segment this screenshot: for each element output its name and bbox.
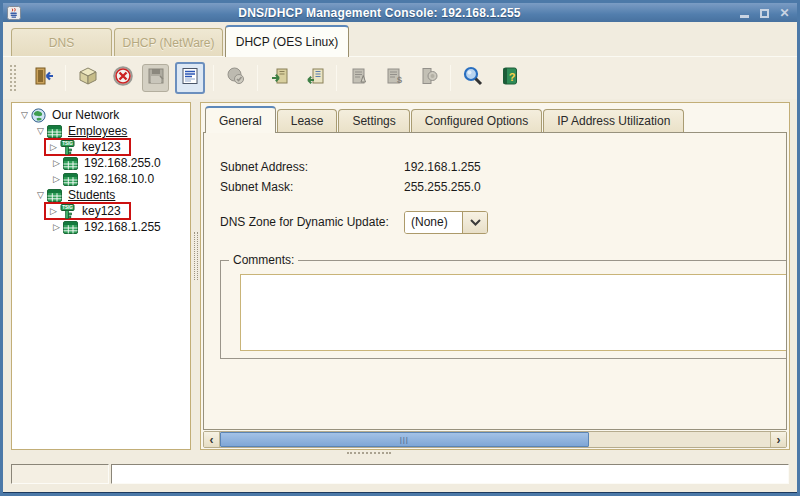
window-controls: ✕: [738, 7, 791, 18]
tree-item-our-network[interactable]: ▽ Our Network: [14, 107, 188, 123]
create-button[interactable]: [74, 64, 101, 92]
tab-lease[interactable]: Lease: [277, 109, 338, 132]
status-bar: [11, 464, 789, 486]
panel-splitter[interactable]: [191, 102, 200, 450]
exit-button[interactable]: [30, 64, 57, 92]
help-button[interactable]: ?: [496, 64, 523, 92]
document-dollar-icon: $: [383, 65, 405, 91]
dns-zone-row: DNS Zone for Dynamic Update: (None): [220, 210, 786, 234]
verify-button[interactable]: [222, 64, 249, 92]
tab-general[interactable]: General: [205, 106, 276, 133]
subnet-mask-label: Subnet Mask:: [220, 180, 404, 194]
close-button[interactable]: ✕: [778, 7, 791, 18]
door-globe-icon: [418, 65, 440, 91]
toolbar-separator: [65, 65, 66, 91]
subnet-address-value: 192.168.1.255: [404, 160, 481, 174]
expand-toggle-icon[interactable]: ▽: [18, 110, 31, 120]
scroll-left-button[interactable]: ‹: [204, 432, 220, 447]
expand-toggle-icon[interactable]: ▷: [50, 222, 63, 232]
export-button[interactable]: [301, 64, 328, 92]
tab-dhcp-netware[interactable]: DHCP (NetWare): [114, 28, 223, 56]
horizontal-scrollbar[interactable]: ‹ ||| ›: [203, 431, 787, 448]
tree-item-subnet-192-168-10-0[interactable]: ▷ 192.168.10.0: [14, 171, 188, 187]
subnet-table-icon: [63, 221, 78, 234]
import-arrow-icon: [269, 65, 291, 91]
dns-zone-combobox[interactable]: (None): [404, 211, 488, 234]
tree-item-subnet-192-168-255-0[interactable]: ▷ 192.168.255.0: [14, 155, 188, 171]
subnet-address-row: Subnet Address: 192.168.1.255: [220, 157, 786, 177]
export-arrow-icon: [304, 65, 326, 91]
tsig-key-icon: TSIG: [60, 204, 76, 219]
import-button[interactable]: [266, 64, 293, 92]
status-cell-left: [11, 464, 109, 484]
bottom-gap: [3, 450, 797, 464]
tree-item-key123-employees[interactable]: ▷ TSIG key123: [14, 139, 188, 155]
help-book-icon: ?: [499, 65, 521, 91]
details-view-button[interactable]: [175, 62, 205, 94]
titlebar[interactable]: DNS/DHCP Management Console: 192.168.1.2…: [3, 3, 797, 22]
tab-dns[interactable]: DNS: [11, 28, 112, 56]
status-cell-right: [111, 464, 789, 484]
maximize-button[interactable]: [758, 7, 771, 18]
tab-settings[interactable]: Settings: [338, 109, 409, 132]
subnet-mask-row: Subnet Mask: 255.255.255.0: [220, 177, 786, 197]
tree-item-label: 192.168.255.0: [82, 156, 163, 170]
chevron-down-icon: [470, 219, 481, 226]
java-app-icon: [7, 6, 21, 20]
search-button[interactable]: [459, 64, 486, 92]
subnet-detail-panel: General Lease Settings Configured Option…: [200, 102, 790, 450]
tree-item-key123-students[interactable]: ▷ TSIG key123: [14, 203, 188, 219]
toolbar-separator: [450, 65, 451, 91]
expand-toggle-icon[interactable]: ▽: [34, 190, 47, 200]
general-tab-pane: Subnet Address: 192.168.1.255 Subnet Mas…: [203, 132, 787, 430]
tree-item-label: Employees: [66, 124, 129, 138]
tree-item-subnet-192-168-1-255[interactable]: ▷ 192.168.1.255: [14, 219, 188, 235]
scrollbar-thumb[interactable]: |||: [220, 432, 589, 447]
resize-grip-dots: [347, 452, 391, 454]
expand-toggle-icon[interactable]: ▽: [34, 126, 47, 136]
tree-item-employees[interactable]: ▽ Employees: [14, 123, 188, 139]
expand-toggle-icon[interactable]: ▷: [50, 174, 63, 184]
options-button[interactable]: [415, 64, 442, 92]
application-window: DNS/DHCP Management Console: 192.168.1.2…: [0, 0, 800, 496]
tab-ip-address-utilization[interactable]: IP Address Utilization: [543, 109, 684, 132]
dns-zone-label: DNS Zone for Dynamic Update:: [220, 215, 404, 229]
minimize-button[interactable]: [738, 7, 751, 18]
tree-item-label: Students: [66, 188, 117, 202]
subnet-mask-value: 255.255.255.0: [404, 180, 481, 194]
toolbar-grip[interactable]: [9, 64, 16, 92]
delete-button[interactable]: [109, 64, 136, 92]
toolbar-separator: [257, 65, 258, 91]
comments-label: Comments:: [229, 253, 298, 267]
tsig-key-icon: TSIG: [60, 140, 76, 155]
document-alert-icon: [348, 65, 370, 91]
alerts-button[interactable]: [345, 64, 372, 92]
accounting-button[interactable]: $: [380, 64, 407, 92]
subnet-table-icon: [47, 125, 62, 138]
tab-configured-options[interactable]: Configured Options: [411, 109, 542, 132]
comments-fieldset: Comments:: [220, 260, 787, 359]
comments-textarea[interactable]: [240, 274, 787, 351]
toolbar: $ ?: [3, 57, 797, 99]
subnet-table-icon: [63, 173, 78, 186]
floppy-disk-icon: [145, 65, 167, 91]
console-tab-bar: DNS DHCP (NetWare) DHCP (OES Linux): [3, 22, 797, 57]
combo-dropdown-button[interactable]: [462, 212, 487, 233]
save-button[interactable]: [142, 64, 169, 92]
svg-text:TSIG: TSIG: [62, 205, 73, 210]
network-tree-panel[interactable]: ▽ Our Network ▽ Employees ▷ TSIG key123: [11, 102, 191, 450]
scrollbar-track[interactable]: |||: [220, 432, 770, 447]
tree-item-label: Our Network: [50, 108, 121, 122]
expand-toggle-icon[interactable]: ▷: [50, 158, 63, 168]
tree-item-students[interactable]: ▽ Students: [14, 187, 188, 203]
expand-toggle-icon[interactable]: ▷: [47, 206, 60, 216]
toolbar-separator: [336, 65, 337, 91]
dns-zone-selected-value: (None): [405, 212, 462, 233]
expand-toggle-icon[interactable]: ▷: [47, 142, 60, 152]
svg-text:TSIG: TSIG: [62, 141, 73, 146]
annotation-box: ▷ TSIG key123: [44, 138, 131, 156]
scroll-right-button[interactable]: ›: [770, 432, 786, 447]
globe-icon: [31, 108, 46, 123]
tab-dhcp-oes-linux[interactable]: DHCP (OES Linux): [225, 25, 349, 57]
tree-item-label: key123: [80, 140, 123, 154]
